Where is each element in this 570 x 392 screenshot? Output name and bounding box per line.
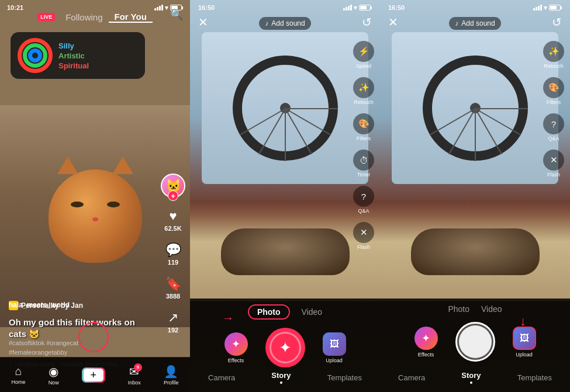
like-count: 62.5K: [164, 225, 181, 232]
follow-plus-button[interactable]: +: [168, 190, 178, 201]
add-sound-button[interactable]: ♪ Add sound: [259, 17, 310, 30]
shutter-row-3: ✦ Effects 🖼 Upload: [380, 322, 570, 362]
nav-templates-2[interactable]: Templates: [327, 373, 362, 382]
bookmark-count: 3888: [166, 293, 180, 300]
cat-ear-left: [57, 157, 78, 174]
upload-icon: 🖼: [323, 332, 346, 356]
retouch-tool-3[interactable]: ✨ Retouch: [543, 41, 564, 69]
camera-right-tools: ⚡ Speed ✨ Retouch 🎨 Filters ⏱ Timer ? Q&…: [353, 41, 374, 250]
creator-avatar[interactable]: 🐱 +: [161, 174, 185, 198]
retouch-icon: ✨: [353, 77, 374, 98]
flip-camera-button[interactable]: ↺: [362, 15, 372, 29]
nav-templates-3[interactable]: Templates: [517, 373, 552, 382]
hashtag-content: #catsoftiktok #orangecat #femaleorangeta…: [9, 339, 78, 355]
upload-label-3: Upload: [516, 352, 533, 358]
speed-tool[interactable]: ⚡ Speed: [353, 41, 374, 69]
cat-eye-right: [107, 202, 120, 207]
cat-eye-left: [71, 202, 84, 207]
add-sound-button-3[interactable]: ♪ Add sound: [449, 17, 500, 30]
video-mode-tab[interactable]: Video: [302, 307, 323, 317]
status-icons-3: ▾: [533, 4, 562, 12]
shutter-button[interactable]: ✦: [265, 328, 305, 367]
retouch-tool[interactable]: ✨ Retouch: [353, 77, 374, 105]
camera-top-bar-3: ♪ Add sound: [380, 13, 570, 34]
add-content-button[interactable]: +: [82, 367, 105, 383]
wifi-icon-2: ▾: [354, 4, 357, 12]
active-nav-dot-3: [470, 381, 472, 384]
timer-tool[interactable]: ⏱ Timer: [353, 150, 374, 178]
signal-icon-3: [533, 5, 542, 11]
side-actions: 🐱 + ♥ 62.5K 💬 119 🔖 3888 ↗ 192: [161, 174, 185, 334]
nav-story-3[interactable]: Story: [461, 371, 481, 384]
live-badge[interactable]: LIVE: [37, 13, 55, 21]
cat-ear-right: [112, 157, 133, 174]
video-mode-tab-3[interactable]: Video: [481, 304, 502, 314]
nav-camera-2[interactable]: Camera: [208, 373, 235, 382]
filters-label-3: Filters: [547, 99, 561, 105]
filters-tool-3[interactable]: 🎨 Filters: [543, 77, 564, 105]
photo-mode-tab-3[interactable]: Photo: [448, 304, 469, 314]
bike-scene: [202, 32, 368, 184]
upload-button-3[interactable]: 🖼 Upload: [513, 327, 536, 358]
camera-nav-2: Camera Story Templates: [190, 363, 380, 392]
nav-now-label: Now: [49, 380, 59, 386]
search-icon[interactable]: 🔍: [170, 8, 183, 21]
timer-label: Timer: [357, 172, 371, 178]
camera-right-tools-3: ✨ Retouch 🎨 Filters ? Q&A ✕ Flash: [543, 41, 564, 178]
filters-label: Filters: [357, 136, 371, 141]
following-tab[interactable]: Following: [60, 12, 108, 22]
like-action[interactable]: ♥ 62.5K: [164, 209, 181, 232]
camera-bottom-ui: Photo Video ✦ Effects ✦ 🖼 Upload Camera: [190, 299, 380, 392]
time-display-3: 16:50: [388, 4, 405, 11]
flip-camera-button-3[interactable]: ↺: [552, 15, 562, 29]
flash-icon: ✕: [353, 222, 374, 243]
upload-button[interactable]: 🖼 Upload: [323, 332, 346, 363]
music-note-icon-3: ♪: [455, 19, 458, 27]
cat-nose: [92, 217, 98, 221]
filters-tool[interactable]: 🎨 Filters: [353, 113, 374, 141]
battery-icon-2: [359, 5, 372, 11]
flash-tool[interactable]: ✕ Flash: [353, 222, 374, 250]
nav-now[interactable]: ◉ Now: [49, 365, 59, 386]
lying-cat-body-3: [411, 228, 540, 275]
comment-action[interactable]: 💬 119: [165, 242, 181, 266]
handle-text[interactable]: hala_meets_world: [9, 301, 70, 309]
phone-3-camera: 16:50 ▾ ✕ ♪ Add sound ↺ ✨ Retou: [380, 0, 570, 392]
nav-story-2[interactable]: Story: [271, 371, 291, 384]
nav-home[interactable]: ⌂ Home: [12, 365, 26, 385]
add-sound-label-3: Add sound: [461, 19, 495, 27]
effects-label-3: Effects: [418, 352, 434, 358]
filters-icon: 🎨: [353, 113, 374, 134]
qa-tool-3[interactable]: ? Q&A: [543, 113, 564, 141]
nav-camera-3[interactable]: Camera: [398, 373, 425, 382]
flash-label: Flash: [357, 244, 370, 250]
nav-inbox[interactable]: 9 ✉ Inbox: [128, 365, 141, 386]
hashtag-text: #catsoftiktok #orangecat #femaleorangeta…: [9, 339, 126, 357]
photo-mode-label: Photo: [257, 307, 281, 317]
bookmark-action[interactable]: 🔖 3888: [165, 276, 181, 300]
cat-lying-scene: [190, 202, 380, 301]
nav-profile[interactable]: 👤 Profile: [164, 365, 179, 386]
lying-cat-body: [221, 228, 350, 275]
bottom-nav-1: ⌂ Home ◉ Now + 9 ✉ Inbox 👤 Profile: [0, 357, 190, 392]
flash-label-3: Flash: [547, 172, 560, 178]
mode-tabs: Photo Video: [248, 304, 322, 320]
photo-mode-tab[interactable]: Photo: [248, 304, 290, 320]
speed-icon: ⚡: [353, 41, 374, 62]
effects-button[interactable]: ✦ Effects: [224, 332, 248, 363]
camera-nav-3: Camera Story Templates: [380, 363, 570, 392]
qa-tool[interactable]: ? Q&A: [353, 186, 374, 214]
comment-icon: 💬: [165, 242, 181, 258]
effects-button-3[interactable]: ✦ Effects: [414, 327, 438, 358]
for-you-tab[interactable]: For You: [109, 12, 153, 23]
feed-header: LIVE Following For You 🔍: [0, 0, 190, 29]
camera-bottom-ui-3: Photo Video ✦ Effects 🖼 Upload Camera St…: [380, 299, 570, 392]
shutter-button-3[interactable]: [455, 322, 495, 362]
nav-inbox-label: Inbox: [128, 380, 141, 386]
music-note-icon: ♪: [265, 19, 268, 27]
mode-tabs-3: Photo Video: [448, 304, 502, 314]
flash-tool-3[interactable]: ✕ Flash: [543, 150, 564, 178]
story-label-2: Story: [271, 371, 291, 380]
share-action[interactable]: ↗ 192: [168, 310, 178, 334]
retouch-label-3: Retouch: [544, 63, 564, 69]
